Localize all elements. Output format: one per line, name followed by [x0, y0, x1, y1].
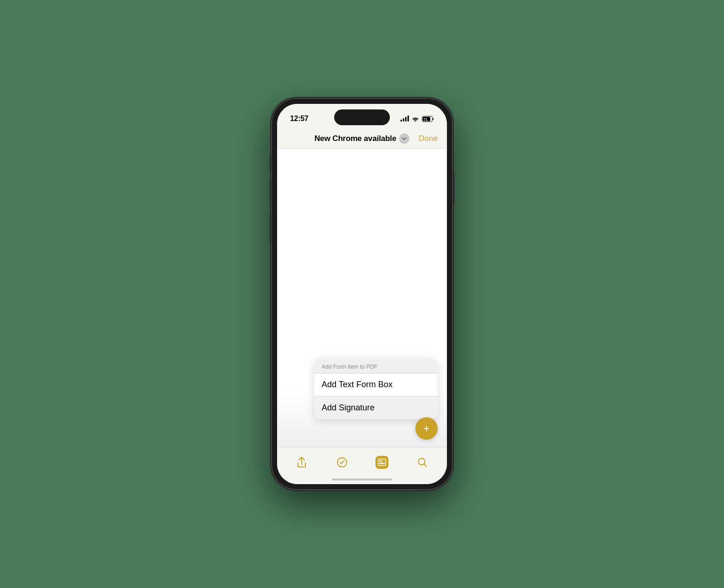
nav-bar: New Chrome available Done [277, 130, 447, 149]
add-text-form-box-item[interactable]: Add Text Form Box [314, 373, 438, 396]
content-area: Add Form Item to PDF Add Text Form Box A… [277, 149, 447, 447]
toolbar-search[interactable] [408, 452, 436, 473]
battery-icon: 71 [422, 116, 434, 122]
volume-up-button[interactable] [270, 179, 272, 207]
markup-icon [336, 456, 349, 469]
popup-header: Add Form Item to PDF [314, 359, 438, 373]
toolbar-share[interactable] [288, 452, 316, 473]
signal-icon [401, 116, 409, 121]
nav-title-group: New Chrome available [314, 134, 409, 144]
wifi-icon [412, 116, 419, 121]
phone-screen: 12:57 [277, 104, 447, 484]
share-icon [295, 456, 308, 469]
svg-rect-6 [379, 463, 385, 464]
done-button[interactable]: Done [419, 134, 438, 143]
toolbar-form[interactable] [368, 452, 396, 473]
add-signature-item[interactable]: Add Signature [314, 396, 438, 419]
form-icon [375, 456, 388, 469]
phone-frame: 12:57 [272, 98, 452, 490]
nav-chevron-button[interactable] [399, 134, 409, 144]
nav-title: New Chrome available [314, 134, 396, 143]
mute-button[interactable] [270, 154, 272, 171]
status-time: 12:57 [290, 115, 308, 123]
status-icons: 71 [401, 116, 434, 122]
volume-down-button[interactable] [270, 214, 272, 242]
toolbar-markup[interactable] [328, 452, 356, 473]
svg-rect-5 [379, 460, 382, 462]
search-icon [416, 456, 429, 469]
svg-rect-4 [378, 459, 386, 466]
fab-button[interactable]: + [415, 417, 438, 440]
power-button[interactable] [452, 173, 454, 205]
svg-text:71: 71 [424, 118, 427, 121]
dynamic-island [334, 109, 390, 125]
popup-menu: Add Form Item to PDF Add Text Form Box A… [314, 359, 438, 419]
home-indicator [332, 479, 392, 480]
